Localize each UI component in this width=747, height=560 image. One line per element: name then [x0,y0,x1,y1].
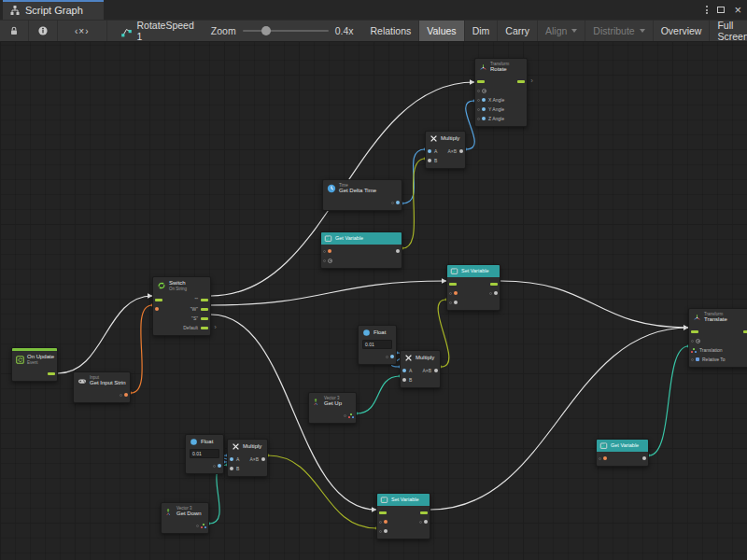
port-target[interactable] [696,339,700,343]
port-control[interactable] [517,80,525,83]
port-control[interactable] [449,283,457,286]
port-row [162,521,208,530]
tab-script-graph[interactable]: Script Graph [3,0,104,20]
node-float-1[interactable]: Float0.01 [358,325,397,365]
node-on-update[interactable]: On UpdateEvent [11,347,58,382]
port-float[interactable] [428,149,431,153]
port-object[interactable] [459,149,463,153]
toolbar-button-dim[interactable]: Dim [465,21,499,41]
node-multiply-1[interactable]: MultiplyAA×BB [425,131,466,169]
zoom-value: 0.4x [335,25,354,36]
port-control[interactable] [155,299,162,301]
port-control[interactable] [379,511,387,514]
toolbar-button-label: Overview [661,25,702,36]
port-control[interactable] [490,283,498,286]
port-label: Default [183,325,198,330]
node-set-variable-1[interactable]: Set Variable [446,264,500,311]
port-string[interactable] [603,456,607,460]
toolbar-button-values[interactable]: Values [419,21,464,41]
port-object[interactable] [402,378,406,382]
port-control[interactable] [691,330,698,333]
port-float[interactable] [218,464,221,468]
port-string[interactable] [384,520,388,524]
node-get-input-string[interactable]: InputGet Input Strin [73,371,131,403]
port-string[interactable] [124,393,128,397]
code-view-button[interactable]: ‹×› [58,21,107,41]
port-control[interactable] [201,327,208,329]
port-object[interactable] [424,520,428,524]
toolbar-button-full-screen[interactable]: Full Screen [710,21,747,41]
toolbar-button-align[interactable]: Align [538,21,585,41]
lock-button[interactable] [0,21,29,41]
port-object[interactable] [428,159,431,162]
zoom-slider-knob[interactable] [261,26,271,35]
port-object[interactable] [384,529,388,533]
port-label: A [434,148,437,154]
node-header: Float [186,435,223,448]
port-target[interactable] [482,89,486,93]
node-title: Set Variable [391,497,419,502]
node-multiply-3[interactable]: MultiplyAA×BB [227,439,268,477]
node-header: Get Variable [597,440,648,452]
node-get-up[interactable]: Vector 3Get Up [308,392,357,424]
port-object[interactable] [230,467,233,470]
port-object[interactable] [434,369,438,372]
node-float-2[interactable]: Float0.01 [185,434,224,474]
port-float[interactable] [396,201,400,204]
port-string[interactable] [454,291,458,295]
port-vector[interactable] [201,524,206,528]
node-get-variable-2[interactable]: Get Variable [596,439,649,467]
toolbar-button-label: Carry [505,25,529,36]
port-object[interactable] [642,456,646,460]
toolbar-button-overview[interactable]: Overview [654,21,711,41]
graph-breadcrumb[interactable]: RotateSpeed 1 [111,21,204,41]
port-vector[interactable] [691,348,697,353]
value-field[interactable]: 0.01 [362,340,392,349]
port-float[interactable] [482,107,486,111]
port-label: "W" [190,306,198,312]
port-control[interactable] [201,299,208,301]
info-button[interactable] [29,21,58,41]
node-set-variable-2[interactable]: Set Variable [376,493,430,539]
node-header: Get Variable [321,232,402,245]
port-vector[interactable] [348,413,354,418]
port-string[interactable] [328,249,331,253]
port-float[interactable] [402,369,406,372]
port-control[interactable] [743,330,747,333]
node-header: Set Variable [447,265,500,277]
close-icon[interactable]: × [734,4,741,16]
port-float[interactable] [482,98,486,102]
port-object[interactable] [261,457,265,461]
value-field[interactable]: 0.01 [190,449,219,458]
node-get-variable-1[interactable]: Get Variable [320,231,402,269]
port-row [321,246,402,256]
port-control[interactable] [48,372,55,375]
window-menu-icon[interactable] [706,6,708,14]
zoom-slider[interactable] [243,21,329,41]
port-control[interactable] [420,511,428,514]
port-bool[interactable] [696,357,699,361]
toolbar-button-carry[interactable]: Carry [498,21,538,41]
toolbar-button-relations[interactable]: Relations [363,21,420,41]
port-float[interactable] [482,117,486,120]
port-float[interactable] [390,355,394,358]
port-target[interactable] [328,259,332,263]
port-control[interactable] [201,308,208,311]
port-control[interactable] [477,80,485,83]
node-switch[interactable]: SwitchOn String"""W""S"Default› [152,276,211,336]
port-control[interactable] [201,317,208,320]
graph-canvas[interactable]: TransformRotate›X AngleY AngleZ AngleMul… [0,0,747,560]
toolbar-button-distribute[interactable]: Distribute [585,21,653,41]
node-get-delta-time[interactable]: TimeGet Delta Time [322,179,402,211]
port-row [447,279,500,288]
port-object[interactable] [494,291,498,295]
node-rotate[interactable]: TransformRotate›X AngleY AngleZ Angle [474,58,528,127]
port-string[interactable] [155,307,159,311]
maximize-icon[interactable] [717,7,725,13]
node-translate[interactable]: TransformTranslateTranslationRelative To [688,308,747,368]
port-object[interactable] [396,249,400,253]
port-object[interactable] [454,301,458,304]
node-multiply-2[interactable]: MultiplyAA×BB [400,350,441,388]
node-get-down[interactable]: Vector 3Get Down [161,502,209,534]
port-float[interactable] [230,457,233,461]
